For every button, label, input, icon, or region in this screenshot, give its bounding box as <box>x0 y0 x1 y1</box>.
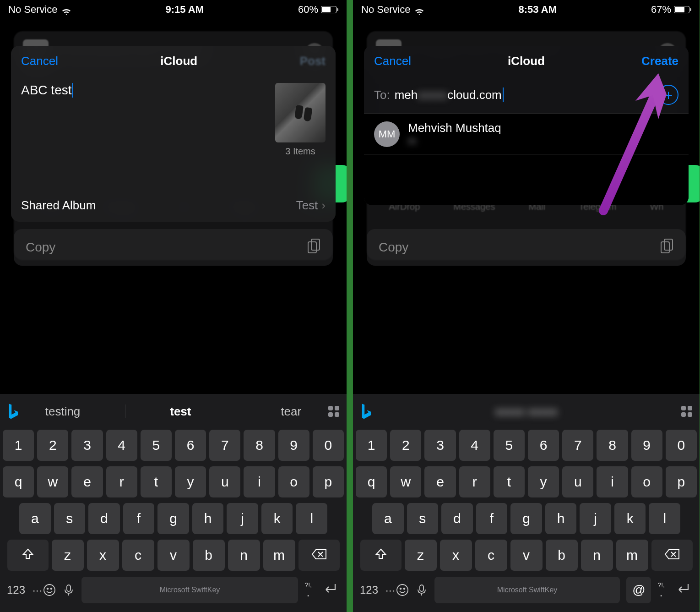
key-g[interactable]: g <box>510 503 542 534</box>
key-c[interactable]: c <box>122 540 154 571</box>
bing-icon[interactable] <box>3 403 23 420</box>
to-input[interactable]: mehvvvvvcloud.com <box>395 87 504 102</box>
key-1[interactable]: 1 <box>356 430 387 461</box>
key-7[interactable]: 7 <box>562 430 593 461</box>
spacebar[interactable]: Microsoft SwiftKey <box>434 577 620 603</box>
key-y[interactable]: y <box>175 466 206 497</box>
key-0[interactable]: 0 <box>313 430 344 461</box>
key-p[interactable]: p <box>666 466 697 497</box>
shared-album-row[interactable]: Shared Album Test › <box>11 189 336 222</box>
key-t[interactable]: t <box>494 466 525 497</box>
suggestion-bar[interactable]: xxxxx xxxxx <box>376 404 677 419</box>
key-9[interactable]: 9 <box>631 430 662 461</box>
key-r[interactable]: r <box>106 466 137 497</box>
key-6[interactable]: 6 <box>175 430 206 461</box>
key-2[interactable]: 2 <box>37 430 68 461</box>
mic-key[interactable] <box>62 576 75 604</box>
key-8[interactable]: 8 <box>597 430 628 461</box>
key-0[interactable]: 0 <box>666 430 697 461</box>
punctuation-key[interactable]: ?!,. <box>304 576 312 604</box>
key-t[interactable]: t <box>141 466 172 497</box>
key-f[interactable]: f <box>476 503 508 534</box>
key-4[interactable]: 4 <box>106 430 137 461</box>
key-s[interactable]: s <box>407 503 439 534</box>
key-8[interactable]: 8 <box>244 430 275 461</box>
key-c[interactable]: c <box>475 540 507 571</box>
key-q[interactable]: q <box>356 466 387 497</box>
keyboard[interactable]: testing test tear 1234567890qwertyuiopas… <box>0 394 347 612</box>
cancel-button[interactable]: Cancel <box>374 54 411 68</box>
key-l[interactable]: l <box>649 503 680 534</box>
key-1[interactable]: 1 <box>3 430 34 461</box>
cancel-button[interactable]: Cancel <box>21 54 58 68</box>
enter-key[interactable] <box>671 576 694 604</box>
emoji-key[interactable]: ••• <box>386 576 409 604</box>
key-w[interactable]: w <box>390 466 421 497</box>
key-u[interactable]: u <box>209 466 240 497</box>
key-b[interactable]: b <box>546 540 578 571</box>
key-d[interactable]: d <box>441 503 473 534</box>
key-i[interactable]: i <box>597 466 628 497</box>
key-e[interactable]: e <box>71 466 103 497</box>
key-z[interactable]: z <box>52 540 84 571</box>
key-n[interactable]: n <box>581 540 613 571</box>
key-5[interactable]: 5 <box>141 430 172 461</box>
key-n[interactable]: n <box>228 540 260 571</box>
keyboard[interactable]: xxxxx xxxxx 1234567890qwertyuiopasdfghjk… <box>353 394 700 612</box>
key-o[interactable]: o <box>631 466 662 497</box>
key-h[interactable]: h <box>192 503 224 534</box>
key-y[interactable]: y <box>528 466 559 497</box>
create-button[interactable]: Create <box>641 54 678 68</box>
suggestion-bar[interactable]: testing test tear <box>23 404 324 419</box>
punctuation-key[interactable]: ?!,. <box>657 576 665 604</box>
key-g[interactable]: g <box>157 503 189 534</box>
key-v[interactable]: v <box>510 540 543 571</box>
key-5[interactable]: 5 <box>494 430 525 461</box>
enter-key[interactable] <box>318 576 341 604</box>
key-m[interactable]: m <box>616 540 648 571</box>
contact-suggestion[interactable]: MM Mehvish Mushtaq m <box>364 114 689 155</box>
emoji-key[interactable]: ••• <box>33 576 56 604</box>
key-x[interactable]: x <box>440 540 472 571</box>
backspace-key[interactable] <box>651 540 693 571</box>
key-3[interactable]: 3 <box>424 430 456 461</box>
post-button[interactable]: Post <box>300 54 326 68</box>
key-j[interactable]: j <box>227 503 258 534</box>
key-o[interactable]: o <box>278 466 309 497</box>
mode-key[interactable]: 123 <box>358 576 380 604</box>
key-z[interactable]: z <box>405 540 437 571</box>
add-contact-button[interactable]: ＋ <box>658 85 678 105</box>
suggestion[interactable]: test <box>170 404 191 419</box>
spacebar[interactable]: Microsoft SwiftKey <box>81 577 298 603</box>
key-k[interactable]: k <box>261 503 293 534</box>
keyboard-grid-icon[interactable] <box>324 406 344 417</box>
key-p[interactable]: p <box>313 466 344 497</box>
key-r[interactable]: r <box>459 466 490 497</box>
key-2[interactable]: 2 <box>390 430 421 461</box>
mic-key[interactable] <box>415 576 428 604</box>
key-f[interactable]: f <box>123 503 155 534</box>
bing-icon[interactable] <box>356 403 376 420</box>
suggestion[interactable]: testing <box>45 404 81 419</box>
keyboard-grid-icon[interactable] <box>677 406 697 417</box>
key-b[interactable]: b <box>193 540 225 571</box>
shift-key[interactable] <box>360 540 402 571</box>
key-j[interactable]: j <box>580 503 611 534</box>
backspace-key[interactable] <box>298 540 340 571</box>
key-3[interactable]: 3 <box>71 430 103 461</box>
key-m[interactable]: m <box>263 540 295 571</box>
key-v[interactable]: v <box>157 540 190 571</box>
key-e[interactable]: e <box>424 466 456 497</box>
album-name-input[interactable]: ABC test <box>21 83 73 98</box>
key-a[interactable]: a <box>19 503 51 534</box>
key-a[interactable]: a <box>372 503 404 534</box>
key-u[interactable]: u <box>562 466 593 497</box>
key-s[interactable]: s <box>54 503 86 534</box>
to-field-row[interactable]: To: mehvvvvvcloud.com ＋ <box>364 76 689 114</box>
suggestion[interactable]: tear <box>281 404 301 419</box>
key-6[interactable]: 6 <box>528 430 559 461</box>
key-x[interactable]: x <box>87 540 119 571</box>
key-l[interactable]: l <box>296 503 327 534</box>
key-h[interactable]: h <box>545 503 577 534</box>
key-d[interactable]: d <box>88 503 120 534</box>
